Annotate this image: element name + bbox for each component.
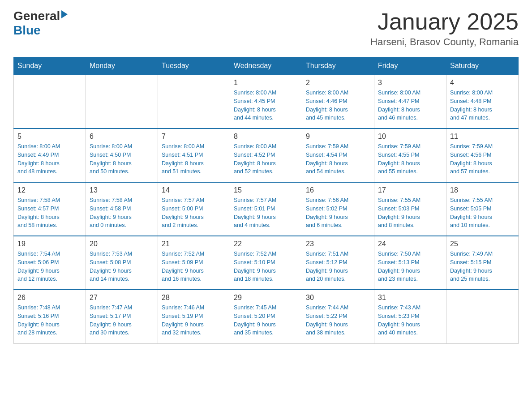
calendar-week-4: 19Sunrise: 7:54 AM Sunset: 5:06 PM Dayli… (14, 236, 519, 290)
day-number: 22 (234, 240, 298, 248)
calendar-cell: 2Sunrise: 8:00 AM Sunset: 4:46 PM Daylig… (302, 75, 374, 128)
day-info: Sunrise: 7:52 AM Sunset: 5:10 PM Dayligh… (234, 250, 298, 283)
calendar-cell: 29Sunrise: 7:45 AM Sunset: 5:20 PM Dayli… (230, 290, 302, 343)
day-info: Sunrise: 7:53 AM Sunset: 5:08 PM Dayligh… (90, 250, 154, 283)
calendar-cell: 7Sunrise: 8:00 AM Sunset: 4:51 PM Daylig… (158, 128, 230, 182)
calendar-cell: 8Sunrise: 8:00 AM Sunset: 4:52 PM Daylig… (230, 128, 302, 182)
day-info: Sunrise: 7:50 AM Sunset: 5:13 PM Dayligh… (378, 250, 442, 283)
calendar-cell: 15Sunrise: 7:57 AM Sunset: 5:01 PM Dayli… (230, 182, 302, 236)
calendar-week-2: 5Sunrise: 8:00 AM Sunset: 4:49 PM Daylig… (14, 128, 519, 182)
calendar-cell: 11Sunrise: 7:59 AM Sunset: 4:56 PM Dayli… (446, 128, 519, 182)
day-number: 8 (234, 133, 298, 141)
calendar-cell: 25Sunrise: 7:49 AM Sunset: 5:15 PM Dayli… (446, 236, 519, 290)
logo: General Blue (13, 9, 68, 38)
calendar-cell: 19Sunrise: 7:54 AM Sunset: 5:06 PM Dayli… (14, 236, 86, 290)
calendar-cell: 6Sunrise: 8:00 AM Sunset: 4:50 PM Daylig… (86, 128, 158, 182)
calendar-table: SundayMondayTuesdayWednesdayThursdayFrid… (13, 57, 519, 344)
calendar-cell: 23Sunrise: 7:51 AM Sunset: 5:12 PM Dayli… (302, 236, 374, 290)
calendar-cell: 20Sunrise: 7:53 AM Sunset: 5:08 PM Dayli… (86, 236, 158, 290)
day-info: Sunrise: 7:52 AM Sunset: 5:09 PM Dayligh… (162, 250, 226, 283)
day-info: Sunrise: 7:57 AM Sunset: 5:00 PM Dayligh… (162, 196, 226, 230)
calendar-week-3: 12Sunrise: 7:58 AM Sunset: 4:57 PM Dayli… (14, 182, 519, 236)
day-info: Sunrise: 8:00 AM Sunset: 4:47 PM Dayligh… (378, 89, 442, 122)
day-info: Sunrise: 7:57 AM Sunset: 5:01 PM Dayligh… (234, 196, 298, 230)
day-number: 25 (450, 240, 515, 248)
header-row: SundayMondayTuesdayWednesdayThursdayFrid… (14, 57, 519, 75)
day-number: 9 (306, 133, 370, 141)
header: General Blue January 2025 Harseni, Braso… (13, 9, 519, 48)
day-info: Sunrise: 7:58 AM Sunset: 4:57 PM Dayligh… (17, 196, 82, 230)
day-info: Sunrise: 7:56 AM Sunset: 5:02 PM Dayligh… (306, 196, 370, 230)
day-number: 19 (17, 240, 82, 248)
header-cell-sunday: Sunday (14, 57, 86, 75)
day-number: 28 (162, 294, 226, 302)
day-info: Sunrise: 7:59 AM Sunset: 4:55 PM Dayligh… (378, 142, 442, 176)
logo-blue-text: Blue (13, 23, 41, 38)
day-info: Sunrise: 7:43 AM Sunset: 5:23 PM Dayligh… (378, 304, 442, 337)
day-number: 4 (450, 79, 515, 87)
day-info: Sunrise: 7:59 AM Sunset: 4:54 PM Dayligh… (306, 142, 370, 176)
header-cell-saturday: Saturday (446, 57, 519, 75)
day-number: 17 (378, 186, 442, 194)
calendar-cell (446, 290, 519, 343)
calendar-cell (86, 75, 158, 128)
header-cell-monday: Monday (86, 57, 158, 75)
calendar-cell: 3Sunrise: 8:00 AM Sunset: 4:47 PM Daylig… (374, 75, 446, 128)
logo-triangle-icon (61, 10, 68, 18)
calendar-cell: 28Sunrise: 7:46 AM Sunset: 5:19 PM Dayli… (158, 290, 230, 343)
calendar-cell: 4Sunrise: 8:00 AM Sunset: 4:48 PM Daylig… (446, 75, 519, 128)
calendar-week-1: 1Sunrise: 8:00 AM Sunset: 4:45 PM Daylig… (14, 75, 519, 128)
day-info: Sunrise: 7:58 AM Sunset: 4:58 PM Dayligh… (90, 196, 154, 230)
calendar-cell: 12Sunrise: 7:58 AM Sunset: 4:57 PM Dayli… (14, 182, 86, 236)
calendar-cell: 18Sunrise: 7:55 AM Sunset: 5:05 PM Dayli… (446, 182, 519, 236)
calendar-cell: 26Sunrise: 7:48 AM Sunset: 5:16 PM Dayli… (14, 290, 86, 343)
page-title: January 2025 (370, 9, 519, 34)
day-info: Sunrise: 8:00 AM Sunset: 4:46 PM Dayligh… (306, 89, 370, 122)
calendar-cell: 17Sunrise: 7:55 AM Sunset: 5:03 PM Dayli… (374, 182, 446, 236)
day-number: 12 (17, 186, 82, 194)
day-number: 15 (234, 186, 298, 194)
calendar-cell: 14Sunrise: 7:57 AM Sunset: 5:00 PM Dayli… (158, 182, 230, 236)
day-info: Sunrise: 7:51 AM Sunset: 5:12 PM Dayligh… (306, 250, 370, 283)
header-cell-friday: Friday (374, 57, 446, 75)
day-number: 21 (162, 240, 226, 248)
day-number: 24 (378, 240, 442, 248)
day-number: 11 (450, 133, 515, 141)
calendar-cell: 16Sunrise: 7:56 AM Sunset: 5:02 PM Dayli… (302, 182, 374, 236)
day-info: Sunrise: 7:55 AM Sunset: 5:03 PM Dayligh… (378, 196, 442, 230)
header-cell-tuesday: Tuesday (158, 57, 230, 75)
calendar-cell (158, 75, 230, 128)
calendar-body: 1Sunrise: 8:00 AM Sunset: 4:45 PM Daylig… (14, 75, 519, 343)
day-info: Sunrise: 8:00 AM Sunset: 4:45 PM Dayligh… (234, 89, 298, 122)
day-number: 6 (90, 133, 154, 141)
calendar-cell: 27Sunrise: 7:47 AM Sunset: 5:17 PM Dayli… (86, 290, 158, 343)
day-info: Sunrise: 7:46 AM Sunset: 5:19 PM Dayligh… (162, 304, 226, 337)
day-number: 27 (90, 294, 154, 302)
day-number: 1 (234, 79, 298, 87)
day-info: Sunrise: 7:55 AM Sunset: 5:05 PM Dayligh… (450, 196, 515, 230)
calendar-cell: 9Sunrise: 7:59 AM Sunset: 4:54 PM Daylig… (302, 128, 374, 182)
page-subtitle: Harseni, Brasov County, Romania (370, 36, 519, 48)
day-info: Sunrise: 7:48 AM Sunset: 5:16 PM Dayligh… (17, 304, 82, 337)
day-number: 26 (17, 294, 82, 302)
day-number: 20 (90, 240, 154, 248)
day-number: 29 (234, 294, 298, 302)
day-info: Sunrise: 7:49 AM Sunset: 5:15 PM Dayligh… (450, 250, 515, 283)
day-info: Sunrise: 7:54 AM Sunset: 5:06 PM Dayligh… (17, 250, 82, 283)
day-info: Sunrise: 8:00 AM Sunset: 4:48 PM Dayligh… (450, 89, 515, 122)
calendar-cell: 10Sunrise: 7:59 AM Sunset: 4:55 PM Dayli… (374, 128, 446, 182)
calendar-header: SundayMondayTuesdayWednesdayThursdayFrid… (14, 57, 519, 75)
calendar-cell: 22Sunrise: 7:52 AM Sunset: 5:10 PM Dayli… (230, 236, 302, 290)
day-number: 31 (378, 294, 442, 302)
day-info: Sunrise: 8:00 AM Sunset: 4:51 PM Dayligh… (162, 142, 226, 176)
calendar-cell: 24Sunrise: 7:50 AM Sunset: 5:13 PM Dayli… (374, 236, 446, 290)
day-number: 2 (306, 79, 370, 87)
title-area: January 2025 Harseni, Brasov County, Rom… (370, 9, 519, 48)
day-number: 5 (17, 133, 82, 141)
day-info: Sunrise: 7:45 AM Sunset: 5:20 PM Dayligh… (234, 304, 298, 337)
day-number: 14 (162, 186, 226, 194)
day-number: 7 (162, 133, 226, 141)
logo-general-text: General (13, 9, 60, 23)
day-number: 10 (378, 133, 442, 141)
calendar-week-5: 26Sunrise: 7:48 AM Sunset: 5:16 PM Dayli… (14, 290, 519, 343)
